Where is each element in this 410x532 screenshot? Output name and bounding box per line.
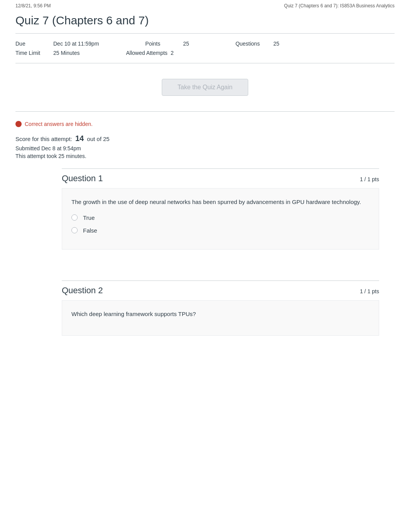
quiz-title: Quiz 7 (Chapters 6 and 7) xyxy=(15,10,395,34)
question-2-header: Question 2 1 / 1 pts xyxy=(62,280,379,301)
take-quiz-again-button[interactable]: Take the Quiz Again xyxy=(162,79,248,96)
meta-time-limit: Time Limit 25 Minutes xyxy=(15,50,103,56)
score-value: 14 xyxy=(75,134,84,143)
allowed-attempts-value: 2 xyxy=(171,50,174,56)
question-1-header: Question 1 1 / 1 pts xyxy=(62,168,379,189)
attempt-info-section: Correct answers are hidden. Score for th… xyxy=(15,112,395,336)
meta-due: Due Dec 10 at 11:59pm xyxy=(15,41,122,47)
datetime: 12/8/21, 9:56 PM xyxy=(15,3,51,8)
question-1-title: Question 1 xyxy=(62,173,103,184)
question-1-text: The growth in the use of deep neural net… xyxy=(71,198,369,207)
option-true-label: True xyxy=(83,214,95,221)
question-2-body: Which deep learning framework supports T… xyxy=(62,301,379,336)
due-label: Due xyxy=(15,41,50,47)
time-limit-value: 25 Minutes xyxy=(53,50,80,56)
questions-label: Questions xyxy=(235,41,270,47)
radio-false xyxy=(71,227,78,233)
take-quiz-section: Take the Quiz Again xyxy=(15,63,395,112)
radio-true xyxy=(71,214,78,221)
question-1-option-true[interactable]: True xyxy=(71,214,369,221)
top-bar: 12/8/21, 9:56 PM Quiz 7 (Chapters 6 and … xyxy=(0,0,410,10)
due-value: Dec 10 at 11:59pm xyxy=(53,41,99,47)
question-1-pts: 1 / 1 pts xyxy=(360,176,379,182)
meta-points: Points 25 xyxy=(145,41,212,47)
attempt-time-line: This attempt took 25 minutes. xyxy=(15,153,395,159)
question-2-text: Which deep learning framework supports T… xyxy=(71,310,369,319)
correct-answers-notice: Correct answers are hidden. xyxy=(15,121,395,127)
question-spacer xyxy=(15,265,395,280)
question-1-body: The growth in the use of deep neural net… xyxy=(62,189,379,250)
meta-row-2: Time Limit 25 Minutes Allowed Attempts 2 xyxy=(15,50,395,56)
score-line: Score for this attempt: 14 out of 25 xyxy=(15,134,395,143)
questions-value: 25 xyxy=(273,41,280,47)
time-limit-label: Time Limit xyxy=(15,50,50,56)
meta-allowed-attempts: Allowed Attempts 2 xyxy=(126,50,197,56)
question-2-pts: 1 / 1 pts xyxy=(360,288,379,294)
question-2-block: Question 2 1 / 1 pts Which deep learning… xyxy=(62,280,379,336)
correct-answers-text: Correct answers are hidden. xyxy=(25,121,93,127)
option-false-label: False xyxy=(83,227,97,234)
question-1-option-false[interactable]: False xyxy=(71,227,369,234)
submitted-line: Submitted Dec 8 at 9:54pm xyxy=(15,145,395,151)
question-1-block: Question 1 1 / 1 pts The growth in the u… xyxy=(62,168,379,250)
score-out-of: out of 25 xyxy=(87,136,109,142)
score-label: Score for this attempt: xyxy=(15,136,72,142)
question-1-options: True False xyxy=(71,214,369,234)
meta-questions: Questions 25 xyxy=(235,41,303,47)
page-container: Quiz 7 (Chapters 6 and 7) Due Dec 10 at … xyxy=(0,10,410,336)
allowed-attempts-label: Allowed Attempts xyxy=(126,50,167,56)
meta-row-1: Due Dec 10 at 11:59pm Points 25 Question… xyxy=(15,41,395,47)
page-breadcrumb: Quiz 7 (Chapters 6 and 7): IS853A Busine… xyxy=(284,3,395,8)
quiz-meta: Due Dec 10 at 11:59pm Points 25 Question… xyxy=(15,34,395,63)
points-value: 25 xyxy=(183,41,189,47)
points-label: Points xyxy=(145,41,180,47)
question-2-title: Question 2 xyxy=(62,286,103,296)
notice-icon xyxy=(15,121,22,127)
